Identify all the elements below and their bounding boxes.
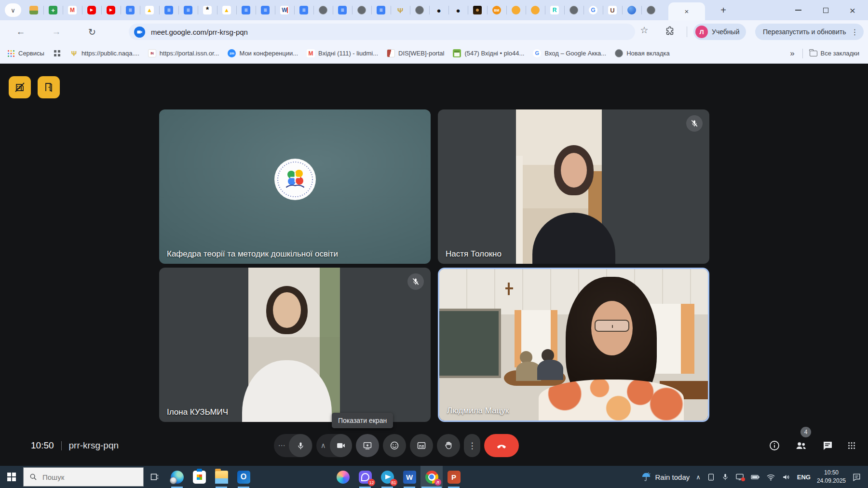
tray-wifi-icon[interactable] bbox=[766, 473, 775, 482]
bookmark-zoom[interactable]: zmМои конференции... bbox=[228, 49, 298, 57]
uni-tab[interactable]: U bbox=[603, 0, 622, 20]
extensions-button[interactable] bbox=[665, 26, 675, 38]
rg-tab[interactable]: R bbox=[545, 0, 564, 20]
start-button[interactable] bbox=[0, 466, 23, 488]
globe-tab[interactable] bbox=[641, 0, 661, 20]
present-screen-button[interactable] bbox=[356, 434, 379, 457]
youtube-tab[interactable]: ▶ bbox=[82, 0, 101, 20]
powerpoint-taskbar-button[interactable]: P bbox=[443, 466, 465, 488]
participants-button[interactable]: 4 bbox=[795, 439, 807, 452]
reload-button[interactable]: ↻ bbox=[85, 25, 99, 39]
weather-widget[interactable]: Rain today bbox=[641, 472, 690, 482]
mic-options-icon[interactable]: ⋯ bbox=[274, 441, 289, 450]
drive-tab[interactable]: ▲ bbox=[217, 0, 236, 20]
silhouette-tab[interactable]: ● bbox=[448, 0, 468, 20]
mic-button[interactable] bbox=[289, 434, 312, 457]
reactions-button[interactable] bbox=[383, 434, 406, 457]
activities-button[interactable] bbox=[848, 442, 855, 449]
profile-chip[interactable]: Л Учебный bbox=[693, 24, 746, 40]
explorer-taskbar-button[interactable] bbox=[210, 466, 232, 488]
globe-tab[interactable] bbox=[352, 0, 371, 20]
participant-tile-ilona[interactable]: Ілона КУЗЬМИЧ bbox=[159, 268, 431, 422]
browser-menu-icon[interactable]: ⋮ bbox=[851, 27, 859, 37]
bookmark-apps[interactable]: Сервисы bbox=[7, 49, 44, 57]
language-indicator[interactable]: ENG bbox=[797, 474, 811, 481]
docs-tab[interactable]: ≡ bbox=[333, 0, 352, 20]
action-center-button[interactable] bbox=[852, 473, 861, 482]
drive-tab[interactable]: ▲ bbox=[140, 0, 159, 20]
docs-tab[interactable]: ≡ bbox=[159, 0, 178, 20]
meeting-details-button[interactable] bbox=[769, 440, 780, 451]
forward-button[interactable]: → bbox=[49, 25, 64, 39]
bookmark-star-button[interactable]: ☆ bbox=[637, 25, 651, 36]
active-tab[interactable]: × bbox=[668, 2, 705, 20]
window-close-button[interactable]: × bbox=[841, 0, 864, 20]
bookmark-grid[interactable] bbox=[53, 49, 61, 57]
copilot-taskbar-button[interactable] bbox=[332, 466, 354, 488]
edge-taskbar-button[interactable] bbox=[166, 466, 188, 488]
bag-tab[interactable] bbox=[24, 0, 43, 20]
relaunch-to-update-button[interactable]: Перезапустить и обновить ⋮ bbox=[755, 24, 864, 40]
mic-button-group[interactable]: ⋯ bbox=[274, 434, 312, 457]
bookmark-globe[interactable]: Новая вкладка bbox=[615, 49, 670, 57]
portrait-tab[interactable] bbox=[468, 0, 487, 20]
tray-volume-icon[interactable] bbox=[782, 473, 791, 482]
word-taskbar-button[interactable]: W bbox=[398, 466, 420, 488]
participant-tile-nastia[interactable]: Настя Толокно bbox=[438, 109, 709, 264]
camera-button[interactable] bbox=[330, 434, 352, 457]
taskbar-clock[interactable]: 10:50 24.09.2025 bbox=[817, 469, 846, 486]
bookmark-google[interactable]: GВход – Google Акка... bbox=[533, 49, 606, 57]
docs-tab[interactable]: ≡ bbox=[236, 0, 256, 20]
trident-tab[interactable]: Ψ bbox=[391, 0, 410, 20]
participant-tile-department[interactable]: Кафедра теорії та методик дошкільної осв… bbox=[159, 109, 431, 264]
chrome-taskbar-button[interactable]: Л bbox=[420, 466, 443, 488]
tray-battery-icon[interactable] bbox=[750, 472, 760, 482]
word-tab[interactable]: W bbox=[275, 0, 294, 20]
raise-hand-button[interactable] bbox=[437, 434, 460, 457]
docs-tab[interactable]: ≡ bbox=[294, 0, 313, 20]
sphere-tab[interactable] bbox=[622, 0, 641, 20]
extension-overlay-door-button[interactable] bbox=[38, 76, 60, 98]
gmail-tab[interactable]: M bbox=[63, 0, 82, 20]
globe-tab[interactable] bbox=[564, 0, 583, 20]
new-tab-button[interactable]: + bbox=[717, 3, 730, 17]
participant-tile-liudmyla-active-speaker[interactable]: Людмила Мацук bbox=[438, 268, 709, 422]
tray-microphone-icon[interactable] bbox=[721, 473, 729, 481]
docs-tab[interactable]: ≡ bbox=[371, 0, 391, 20]
camera-button-group[interactable]: ∧ bbox=[316, 434, 352, 457]
bookmark-trident[interactable]: Ψhttps://public.naqa.... bbox=[70, 49, 139, 57]
extension-overlay-camera-button[interactable] bbox=[9, 76, 31, 98]
bookmark-issn[interactable]: INhttps://portal.issn.or... bbox=[148, 49, 219, 57]
tray-screen-recording-icon[interactable] bbox=[735, 473, 744, 481]
store-taskbar-button[interactable] bbox=[188, 466, 210, 488]
tab-close-icon[interactable]: × bbox=[685, 7, 689, 15]
window-restore-button[interactable] bbox=[814, 0, 837, 20]
tray-chevron-icon[interactable]: ∧ bbox=[696, 474, 701, 481]
captions-button[interactable] bbox=[410, 434, 433, 457]
docs-tab[interactable]: ≡ bbox=[256, 0, 275, 20]
openai-tab[interactable]: * bbox=[198, 0, 217, 20]
camera-options-icon[interactable]: ∧ bbox=[316, 441, 330, 450]
bookmark-gmail[interactable]: MВхідні (111) - liudmi... bbox=[307, 49, 378, 57]
bookmark-mailgreen[interactable]: (547) Вхідні • plo44... bbox=[453, 49, 524, 57]
docs-tab[interactable]: ≡ bbox=[121, 0, 140, 20]
docs-tab[interactable]: ≡ bbox=[178, 0, 198, 20]
bm-tab[interactable]: BM bbox=[487, 0, 506, 20]
back-button[interactable]: ← bbox=[14, 25, 28, 39]
orange-tab[interactable] bbox=[526, 0, 545, 20]
all-bookmarks-button[interactable]: Все закладки bbox=[810, 50, 859, 57]
outlook-taskbar-button[interactable]: O bbox=[232, 466, 255, 488]
telegram-taskbar-button[interactable]: 81 bbox=[376, 466, 398, 488]
tray-display-icon[interactable] bbox=[707, 473, 715, 481]
search-input[interactable] bbox=[41, 473, 128, 482]
viber-taskbar-button[interactable]: 12 bbox=[354, 466, 376, 488]
youtube-tab[interactable]: ▶ bbox=[101, 0, 121, 20]
google-tab[interactable]: G bbox=[583, 0, 603, 20]
bookmarks-overflow-chevron[interactable]: » bbox=[790, 49, 794, 58]
tab-search-chevron-button[interactable]: ∨ bbox=[5, 3, 21, 17]
window-minimize-button[interactable] bbox=[787, 0, 809, 20]
address-bar[interactable]: meet.google.com/prr-krsg-pqn bbox=[129, 24, 635, 40]
chat-button[interactable] bbox=[822, 440, 833, 451]
leave-call-button[interactable] bbox=[484, 434, 519, 457]
sheets-tab[interactable]: + bbox=[43, 0, 63, 20]
